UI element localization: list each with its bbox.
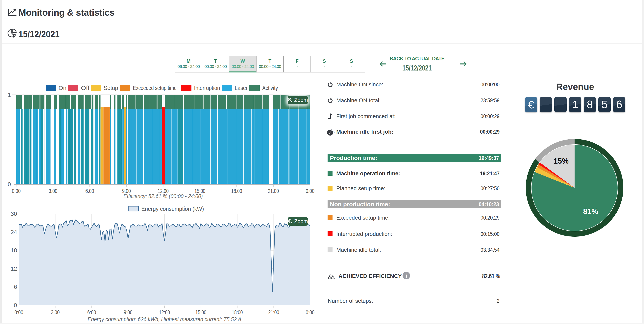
svg-text:21:00: 21:00 — [268, 309, 279, 315]
svg-text:6:00: 6:00 — [87, 309, 96, 315]
svg-text:0: 0 — [14, 302, 17, 308]
svg-text:Laser: Laser — [235, 85, 248, 91]
svg-text:15%: 15% — [554, 157, 568, 165]
svg-text:Setup: Setup — [104, 85, 118, 91]
svg-text:0:00: 0:00 — [306, 188, 314, 194]
svg-text:15:00: 15:00 — [196, 309, 206, 315]
svg-text:9:00: 9:00 — [124, 309, 132, 315]
svg-text:Energy consumption (kW): Energy consumption (kW) — [141, 206, 204, 212]
svg-text:0:00: 0:00 — [14, 309, 23, 315]
svg-text:6:00: 6:00 — [85, 188, 94, 194]
svg-text:z: z — [334, 131, 335, 133]
svg-text:0:00: 0:00 — [12, 188, 21, 194]
svg-text:24: 24 — [11, 229, 17, 235]
svg-text:81%: 81% — [583, 207, 598, 216]
svg-text:12: 12 — [11, 265, 17, 272]
svg-text:21:00: 21:00 — [268, 188, 279, 194]
svg-text:0:00: 0:00 — [306, 309, 314, 315]
svg-text:Efficiency: 82.61 % (00:00 - 2: Efficiency: 82.61 % (00:00 - 24:00) — [124, 193, 203, 199]
svg-text:Exceeded setup time: Exceeded setup time — [133, 85, 176, 91]
svg-text:3:00: 3:00 — [51, 309, 60, 315]
svg-text:On: On — [58, 85, 66, 91]
svg-text:z: z — [331, 128, 332, 131]
svg-text:i: i — [406, 272, 407, 279]
svg-text:0: 0 — [8, 181, 11, 187]
svg-text:18: 18 — [11, 247, 17, 253]
svg-text:12:00: 12:00 — [159, 309, 170, 315]
svg-text:Interruption: Interruption — [194, 85, 220, 91]
svg-text:3:00: 3:00 — [48, 188, 57, 194]
svg-text:6: 6 — [14, 284, 17, 290]
svg-text:Off: Off — [81, 85, 90, 91]
svg-text:30: 30 — [11, 211, 17, 217]
svg-text:Activity: Activity — [262, 85, 278, 91]
svg-text:1: 1 — [8, 92, 11, 98]
svg-text:18:00: 18:00 — [232, 309, 243, 315]
svg-text:18:00: 18:00 — [231, 188, 242, 194]
svg-text:Energy consumption: 626 kWh, H: Energy consumption: 626 kWh, Highest mea… — [88, 316, 242, 322]
